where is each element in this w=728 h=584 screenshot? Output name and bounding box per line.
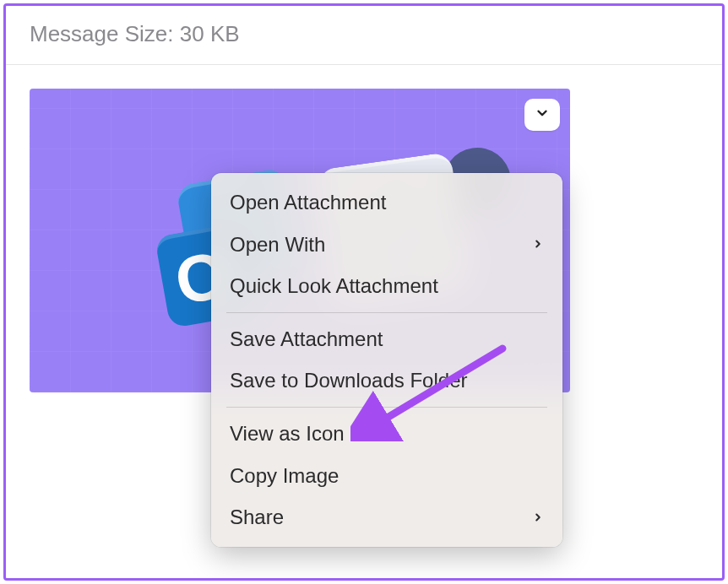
screenshot-frame: Message Size: 30 KB O Open Attachment Op… (3, 3, 725, 581)
chevron-down-icon (535, 105, 550, 124)
menu-separator (226, 312, 547, 313)
menu-separator (226, 407, 547, 408)
attachment-dropdown-button[interactable] (524, 99, 560, 131)
chevron-right-icon (532, 235, 544, 252)
menu-share[interactable]: Share (211, 496, 562, 538)
attachment-context-menu: Open Attachment Open With Quick Look Att… (211, 173, 562, 547)
chevron-right-icon (532, 509, 544, 526)
menu-item-label: View as Icon (230, 419, 544, 448)
menu-item-label: Save Attachment (230, 325, 544, 354)
menu-open-attachment[interactable]: Open Attachment (211, 181, 562, 224)
menu-open-with[interactable]: Open With (211, 224, 562, 266)
message-header: Message Size: 30 KB (6, 6, 722, 65)
menu-item-label: Open With (230, 230, 532, 259)
menu-item-label: Save to Downloads Folder (230, 366, 544, 395)
menu-copy-image[interactable]: Copy Image (211, 455, 562, 497)
menu-item-label: Quick Look Attachment (230, 272, 544, 300)
menu-view-as-icon[interactable]: View as Icon (211, 413, 562, 455)
menu-quick-look[interactable]: Quick Look Attachment (211, 265, 562, 307)
menu-item-label: Share (230, 503, 532, 532)
menu-group-3: View as Icon Copy Image Share (211, 411, 562, 540)
menu-group-1: Open Attachment Open With Quick Look Att… (211, 180, 562, 309)
menu-save-attachment[interactable]: Save Attachment (211, 318, 562, 360)
menu-item-label: Copy Image (230, 462, 544, 490)
message-size-label: Message Size: 30 KB (30, 21, 240, 46)
menu-save-downloads[interactable]: Save to Downloads Folder (211, 360, 562, 402)
menu-item-label: Open Attachment (230, 188, 544, 217)
menu-group-2: Save Attachment Save to Downloads Folder (211, 316, 562, 403)
